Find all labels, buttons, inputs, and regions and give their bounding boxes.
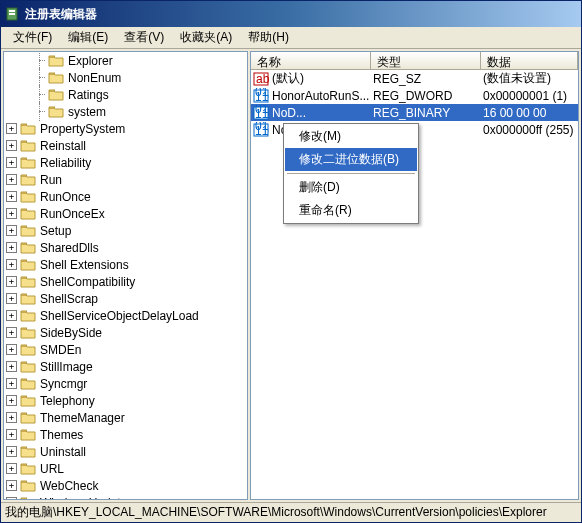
tree-item[interactable]: +ShellScrap <box>4 290 247 307</box>
tree-label: ShellScrap <box>39 292 99 306</box>
tree-label: Run <box>39 173 63 187</box>
list-panel[interactable]: 名称 类型 数据 ab(默认)REG_SZ(数值未设置)011110HonorA… <box>250 51 579 500</box>
tree-item[interactable]: +Setup <box>4 222 247 239</box>
list-row[interactable]: ab(默认)REG_SZ(数值未设置) <box>251 70 578 87</box>
regedit-window: 注册表编辑器 文件(F) 编辑(E) 查看(V) 收藏夹(A) 帮助(H) Ex… <box>0 0 582 523</box>
tree-label: URL <box>39 462 65 476</box>
tree-item[interactable]: +Reinstall <box>4 137 247 154</box>
tree-connector <box>34 106 45 117</box>
tree-item[interactable]: +URL <box>4 460 247 477</box>
titlebar[interactable]: 注册表编辑器 <box>1 1 581 27</box>
expand-button[interactable]: + <box>6 497 17 500</box>
expand-button[interactable]: + <box>6 208 17 219</box>
expand-button[interactable]: + <box>6 174 17 185</box>
tree-panel[interactable]: ExplorerNonEnumRatingssystem+PropertySys… <box>3 51 248 500</box>
expand-button[interactable]: + <box>6 463 17 474</box>
col-header-data[interactable]: 数据 <box>481 52 578 69</box>
tree-item[interactable]: +ThemeManager <box>4 409 247 426</box>
ctx-modify-binary[interactable]: 修改二进位数据(B) <box>285 148 417 171</box>
tree-item[interactable]: Explorer <box>4 52 247 69</box>
tree-item[interactable]: +RunOnceEx <box>4 205 247 222</box>
tree-item[interactable]: NonEnum <box>4 69 247 86</box>
expand-button[interactable]: + <box>6 140 17 151</box>
ctx-modify[interactable]: 修改(M) <box>285 125 417 148</box>
binary-value-icon: 011110 <box>253 88 269 104</box>
expand-button[interactable]: + <box>6 480 17 491</box>
tree-item[interactable]: +Themes <box>4 426 247 443</box>
content-area: ExplorerNonEnumRatingssystem+PropertySys… <box>1 49 581 502</box>
expand-button[interactable]: + <box>6 412 17 423</box>
tree-item[interactable]: system <box>4 103 247 120</box>
list-body[interactable]: ab(默认)REG_SZ(数值未设置)011110HonorAutoRunS..… <box>251 70 578 499</box>
tree-item[interactable]: +ShellCompatibility <box>4 273 247 290</box>
col-header-name[interactable]: 名称 <box>251 52 371 69</box>
expand-button[interactable]: + <box>6 429 17 440</box>
expand-button[interactable]: + <box>6 259 17 270</box>
tree-item[interactable]: +SMDEn <box>4 341 247 358</box>
tree-item[interactable]: +PropertySystem <box>4 120 247 137</box>
tree-label: RunOnceEx <box>39 207 106 221</box>
tree-item[interactable]: +WebCheck <box>4 477 247 494</box>
tree-label: NonEnum <box>67 71 122 85</box>
tree-item[interactable]: +RunOnce <box>4 188 247 205</box>
tree-item[interactable]: +SideBySide <box>4 324 247 341</box>
expand-button[interactable]: + <box>6 344 17 355</box>
folder-icon <box>20 207 36 220</box>
expand-button[interactable]: + <box>6 327 17 338</box>
expand-button[interactable]: + <box>6 123 17 134</box>
tree-item[interactable]: +Shell Extensions <box>4 256 247 273</box>
tree-label: Telephony <box>39 394 96 408</box>
menu-help[interactable]: 帮助(H) <box>240 27 297 48</box>
tree-item[interactable]: +WindowsUpdate <box>4 494 247 500</box>
tree-item[interactable]: +Uninstall <box>4 443 247 460</box>
tree-connector <box>34 89 45 100</box>
tree-label: PropertySystem <box>39 122 126 136</box>
tree-label: SMDEn <box>39 343 82 357</box>
tree-label: Setup <box>39 224 72 238</box>
value-name: HonorAutoRunS... <box>272 89 369 103</box>
tree-label: ShellCompatibility <box>39 275 136 289</box>
expand-button[interactable]: + <box>6 378 17 389</box>
tree-item[interactable]: +StillImage <box>4 358 247 375</box>
expand-button[interactable]: + <box>6 242 17 253</box>
menu-favorites[interactable]: 收藏夹(A) <box>172 27 240 48</box>
expand-button[interactable]: + <box>6 276 17 287</box>
value-type: REG_SZ <box>373 72 483 86</box>
tree-item[interactable]: +Syncmgr <box>4 375 247 392</box>
folder-icon <box>48 71 64 84</box>
tree-label: Explorer <box>67 54 114 68</box>
expand-button[interactable]: + <box>6 310 17 321</box>
expand-button[interactable]: + <box>6 157 17 168</box>
col-header-type[interactable]: 类型 <box>371 52 481 69</box>
folder-icon <box>20 139 36 152</box>
value-name: (默认) <box>272 70 304 87</box>
tree-label: SideBySide <box>39 326 103 340</box>
tree-item[interactable]: +SharedDlls <box>4 239 247 256</box>
expand-button[interactable]: + <box>6 446 17 457</box>
folder-icon <box>20 445 36 458</box>
expand-button[interactable]: + <box>6 361 17 372</box>
expand-button[interactable]: + <box>6 293 17 304</box>
tree-item[interactable]: +Telephony <box>4 392 247 409</box>
tree-item[interactable]: +Run <box>4 171 247 188</box>
tree-label: WebCheck <box>39 479 99 493</box>
tree-item[interactable]: +Reliability <box>4 154 247 171</box>
list-row[interactable]: 011110NoD...REG_BINARY16 00 00 00 <box>251 104 578 121</box>
folder-icon <box>20 496 36 500</box>
expand-button[interactable]: + <box>6 191 17 202</box>
expand-button[interactable]: + <box>6 225 17 236</box>
expand-button[interactable]: + <box>6 395 17 406</box>
value-data: 16 00 00 00 <box>483 106 578 120</box>
tree-item[interactable]: +ShellServiceObjectDelayLoad <box>4 307 247 324</box>
list-row[interactable]: 011110HonorAutoRunS...REG_DWORD0x0000000… <box>251 87 578 104</box>
menu-edit[interactable]: 编辑(E) <box>60 27 116 48</box>
value-name: NoD... <box>272 106 306 120</box>
ctx-delete[interactable]: 删除(D) <box>285 176 417 199</box>
folder-icon <box>20 258 36 271</box>
ctx-rename[interactable]: 重命名(R) <box>285 199 417 222</box>
tree-item[interactable]: Ratings <box>4 86 247 103</box>
folder-icon <box>20 122 36 135</box>
menu-view[interactable]: 查看(V) <box>116 27 172 48</box>
statusbar-path: 我的电脑\HKEY_LOCAL_MACHINE\SOFTWARE\Microso… <box>5 504 547 521</box>
menu-file[interactable]: 文件(F) <box>5 27 60 48</box>
